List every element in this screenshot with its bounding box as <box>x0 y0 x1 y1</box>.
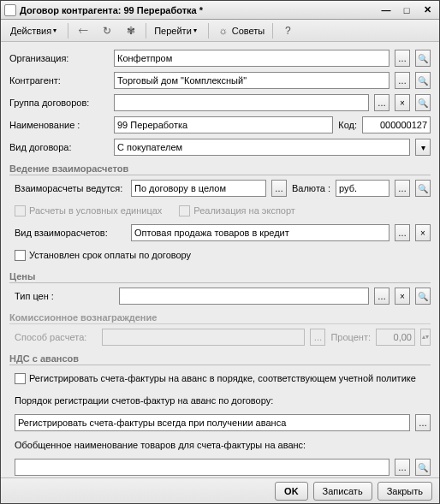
advice-label: Советы <box>232 26 265 36</box>
ok-button[interactable]: OK <box>275 482 308 501</box>
section-prices: Цены <box>9 271 431 283</box>
magnifier-icon: 🔍 <box>418 54 428 63</box>
currency-label: Валюта : <box>292 183 330 193</box>
refresh-icon: ↻ <box>100 24 114 38</box>
kind-label: Вид договора: <box>9 142 109 152</box>
magnifier-icon: 🔍 <box>418 184 428 193</box>
group-label: Группа договоров: <box>9 98 109 108</box>
goto-menu[interactable]: Перейти ▾ <box>150 22 205 39</box>
pricetype-label: Тип цен : <box>15 291 114 301</box>
comm-pct-label: Процент: <box>330 332 371 342</box>
tree-icon: ✾ <box>124 24 138 38</box>
back-button[interactable]: 🡐 <box>72 22 94 39</box>
maximize-button[interactable]: □ <box>398 3 415 17</box>
select-button[interactable]: … <box>395 50 410 67</box>
footer: OK Записать Закрыть <box>1 477 439 503</box>
select-button[interactable]: … <box>395 72 410 89</box>
advice-button[interactable]: ☼ Советы <box>212 22 269 39</box>
save-button[interactable]: Записать <box>313 482 372 501</box>
close-window-button[interactable]: ✕ <box>419 3 436 17</box>
vat-reg-checkbox[interactable]: Регистрировать счета-фактуры на аванс в … <box>15 373 416 384</box>
section-vat: НДС с авансов <box>9 353 431 365</box>
separator <box>146 23 146 39</box>
help-button[interactable]: ? <box>276 22 299 39</box>
clear-button[interactable]: × <box>415 224 431 241</box>
export-checkbox: Реализация на экспорт <box>179 205 295 216</box>
chevron-down-icon: ▾ <box>193 27 200 34</box>
window-title: Договор контрагента: 99 Переработка * <box>20 5 374 15</box>
magnifier-icon: 🔍 <box>418 463 428 472</box>
dropdown-button[interactable]: ▾ <box>415 139 431 156</box>
magnifier-icon: 🔍 <box>418 76 428 86</box>
magnifier-icon: 🔍 <box>418 98 428 108</box>
open-button[interactable]: 🔍 <box>415 288 431 305</box>
select-button[interactable]: … <box>271 180 287 197</box>
code-input[interactable]: 000000127 <box>362 116 431 133</box>
settle-by-select[interactable]: По договору в целом <box>131 180 266 197</box>
vat-genname-input[interactable] <box>15 459 389 476</box>
open-button[interactable]: 🔍 <box>415 94 431 111</box>
help-icon: ? <box>281 24 294 38</box>
vat-genname-label: Обобщенное наименование товаров для счет… <box>15 440 306 450</box>
comm-method-input <box>102 329 305 346</box>
tree-button[interactable]: ✾ <box>120 22 142 39</box>
arrow-left-icon: 🡐 <box>76 24 90 38</box>
pricetype-input[interactable] <box>119 288 369 305</box>
kind-select[interactable]: С покупателем <box>114 139 410 156</box>
minimize-button[interactable]: — <box>378 3 395 17</box>
code-label: Код: <box>338 120 357 130</box>
select-button[interactable]: … <box>395 180 410 197</box>
units-checkbox: Расчеты в условных единицах <box>15 205 162 216</box>
actions-menu[interactable]: Действия ▾ <box>6 22 64 39</box>
goto-menu-label: Перейти <box>154 26 192 36</box>
section-settlements: Ведение взаиморасчетов <box>9 163 431 175</box>
chevron-down-icon: ▾ <box>53 27 60 34</box>
clear-button[interactable]: × <box>395 288 410 305</box>
comm-pct-input: 0,00 <box>376 329 415 346</box>
contragent-input[interactable]: Торговый дом "Комплексный" <box>114 72 389 89</box>
title-bar: Договор контрагента: 99 Переработка * — … <box>1 1 439 20</box>
select-button[interactable]: … <box>374 288 389 305</box>
org-input[interactable]: Конфетпром <box>114 50 389 67</box>
payterm-checkbox[interactable]: Установлен срок оплаты по договору <box>15 250 191 261</box>
group-input[interactable] <box>114 94 369 111</box>
open-button[interactable]: 🔍 <box>415 180 431 197</box>
toolbar: Действия ▾ 🡐 ↻ ✾ Перейти ▾ ☼ Советы ? <box>1 20 439 42</box>
currency-input[interactable]: руб. <box>336 180 389 197</box>
settle-by-label: Взаиморасчеты ведутся: <box>15 183 126 193</box>
clear-button[interactable]: × <box>395 94 410 111</box>
select-button[interactable]: … <box>374 94 389 111</box>
stepper: ▴▾ <box>420 329 431 346</box>
select-button[interactable]: … <box>415 414 431 431</box>
separator <box>68 23 68 39</box>
open-button[interactable]: 🔍 <box>415 50 431 67</box>
separator <box>272 23 273 39</box>
select-button[interactable]: … <box>395 459 410 476</box>
name-input[interactable]: 99 Переработка <box>114 116 333 133</box>
close-button[interactable]: Закрыть <box>378 482 432 501</box>
contragent-label: Контрагент: <box>9 75 109 86</box>
name-label: Наименование : <box>9 120 109 130</box>
form-body: Организация: Конфетпром … 🔍 Контрагент: … <box>1 42 439 477</box>
select-button[interactable]: … <box>395 224 410 241</box>
refresh-button[interactable]: ↻ <box>96 22 118 39</box>
magnifier-icon: 🔍 <box>418 292 428 301</box>
checkbox-icon <box>15 373 26 384</box>
checkbox-icon <box>15 250 26 261</box>
vat-order-input[interactable]: Регистрировать счета-фактуры всегда при … <box>15 414 410 431</box>
vat-order-label: Порядок регистрации счетов-фактур на ава… <box>15 395 273 406</box>
actions-menu-label: Действия <box>10 26 51 36</box>
window-icon <box>4 4 16 16</box>
org-label: Организация: <box>9 53 109 63</box>
section-commission: Комиссионное вознаграждение <box>9 312 431 324</box>
settle-kind-label: Вид взаиморасчетов: <box>15 228 126 238</box>
checkbox-icon <box>179 205 190 216</box>
advice-icon: ☼ <box>217 24 230 38</box>
open-button[interactable]: 🔍 <box>415 459 431 476</box>
open-button[interactable]: 🔍 <box>415 72 431 89</box>
settle-kind-input[interactable]: Оптовая продажа товаров в кредит <box>131 224 389 241</box>
checkbox-icon <box>15 205 26 216</box>
comm-method-label: Способ расчета: <box>15 332 97 342</box>
select-button: … <box>310 329 325 346</box>
separator <box>208 23 209 39</box>
